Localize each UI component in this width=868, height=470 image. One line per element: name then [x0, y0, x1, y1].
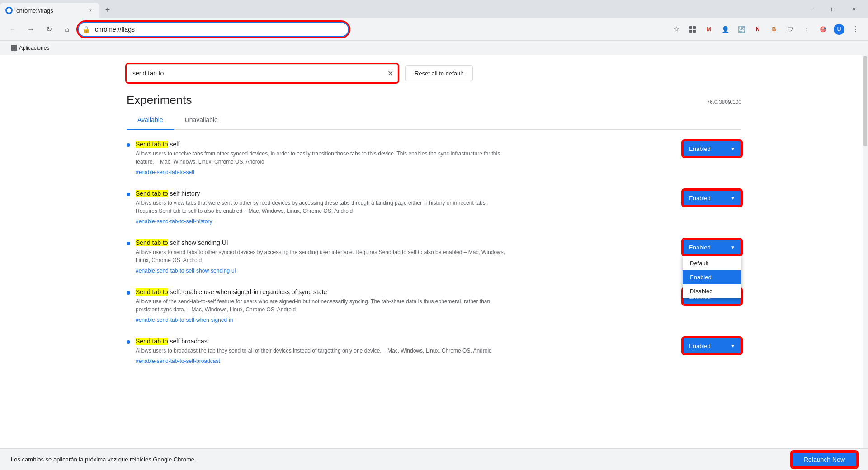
- svg-rect-3: [693, 30, 696, 33]
- address-bar[interactable]: [78, 22, 349, 37]
- dropdown-button-3[interactable]: Enabled ▼: [683, 239, 741, 255]
- avatar-button[interactable]: U: [832, 22, 846, 37]
- flag-dot-5: [127, 340, 130, 344]
- address-lock-icon: 🔒: [82, 26, 90, 33]
- svg-rect-11: [13, 49, 15, 51]
- bookmark-apps[interactable]: Aplicaciones: [7, 43, 53, 53]
- profile-icon[interactable]: 👤: [718, 22, 732, 37]
- scrollbar-thumb[interactable]: [863, 56, 867, 146]
- home-button[interactable]: ⌂: [60, 22, 74, 37]
- flag-content-4: Send tab to self: enable use when signed…: [136, 288, 506, 323]
- tab-favicon: [5, 7, 13, 14]
- flag-desc-5: Allows users to broadcast the tab they s…: [136, 347, 506, 355]
- window-controls: − □ ×: [802, 2, 868, 18]
- addon5-icon[interactable]: 🎯: [816, 22, 830, 37]
- svg-rect-2: [689, 30, 692, 33]
- flag-link-3[interactable]: #enable-send-tab-to-self-show-sending-ui: [136, 268, 236, 274]
- flag-title-highlight-4: Send tab to: [136, 288, 168, 296]
- flag-dot-4: [127, 291, 130, 295]
- address-bar-wrap: 🔒: [78, 22, 349, 37]
- flag-title-rest-5: self broadcast: [168, 338, 209, 345]
- dropdown-button-1[interactable]: Enabled ▼: [683, 141, 741, 157]
- active-tab[interactable]: chrome://flags ×: [0, 3, 99, 18]
- back-button[interactable]: ←: [5, 22, 20, 37]
- search-input[interactable]: [127, 64, 398, 82]
- extensions-icon[interactable]: [685, 22, 700, 37]
- tab-unavailable[interactable]: Unavailable: [174, 111, 229, 130]
- flag-content-5: Send tab to self broadcast Allows users …: [136, 338, 506, 364]
- star-icon[interactable]: ☆: [669, 22, 684, 37]
- dropdown-value-3: Enabled: [689, 244, 711, 251]
- dropdown-option-default[interactable]: Default: [683, 256, 741, 270]
- minimize-button[interactable]: −: [802, 2, 823, 16]
- flag-link[interactable]: #enable-send-tab-to-self: [136, 169, 194, 175]
- flag-content: Send tab to self Allows users to receive…: [136, 141, 506, 175]
- flag-item-send-tab-signed-in: Send tab to self: enable use when signed…: [127, 288, 741, 327]
- flags-page: ✕ Reset all to default Experiments 76.0.…: [108, 55, 760, 388]
- sync-icon[interactable]: 🔄: [734, 22, 749, 37]
- tab-available[interactable]: Available: [127, 111, 174, 130]
- flag-desc-4: Allows use of the send-tab-to-self featu…: [136, 297, 506, 314]
- experiments-header: Experiments 76.0.3809.100: [127, 93, 741, 107]
- svg-rect-12: [15, 49, 17, 51]
- new-tab-button[interactable]: +: [101, 4, 114, 16]
- flag-desc-2: Allows users to view tabs that were sent…: [136, 199, 506, 215]
- flag-title-highlight-3: Send tab to: [136, 239, 168, 246]
- dropdown-arrow-2: ▼: [731, 196, 735, 201]
- window-close-button[interactable]: ×: [844, 2, 864, 16]
- maximize-button[interactable]: □: [823, 2, 844, 16]
- user-avatar: U: [834, 24, 844, 35]
- dropdown-menu-3: Default Enabled Disabled: [683, 256, 741, 298]
- addon1-icon[interactable]: N: [750, 22, 765, 37]
- search-clear-icon[interactable]: ✕: [387, 69, 393, 78]
- svg-rect-10: [11, 49, 13, 51]
- addon4-icon[interactable]: ↕: [799, 22, 814, 37]
- browser-frame: chrome://flags × + − □ × ← → ↻ ⌂ 🔒 ☆ M 👤…: [0, 0, 868, 470]
- flag-link-2[interactable]: #enable-send-tab-to-self-history: [136, 218, 212, 225]
- flag-link-5[interactable]: #enable-send-tab-to-self-broadcast: [136, 358, 220, 364]
- flag-control-3: Enabled ▼ Default Enabled Disabled: [672, 239, 741, 255]
- addon2-icon[interactable]: B: [767, 22, 781, 37]
- svg-rect-9: [15, 47, 17, 49]
- flag-control-1: Enabled ▼: [672, 141, 741, 157]
- svg-rect-6: [15, 45, 17, 47]
- addon3-icon[interactable]: 🛡: [783, 22, 797, 37]
- flag-title-4: Send tab to self: enable use when signed…: [136, 288, 506, 296]
- scrollbar[interactable]: [863, 55, 868, 448]
- svg-rect-5: [13, 45, 15, 47]
- experiments-title: Experiments: [127, 93, 192, 107]
- page-content: ✕ Reset all to default Experiments 76.0.…: [0, 55, 868, 448]
- flag-title-3: Send tab to self show sending UI: [136, 239, 506, 246]
- tab-close-button[interactable]: ×: [87, 7, 94, 14]
- relaunch-button[interactable]: Relaunch Now: [792, 451, 857, 468]
- flag-dot-3: [127, 242, 130, 245]
- svg-rect-7: [11, 47, 13, 49]
- reload-button[interactable]: ↻: [42, 22, 56, 37]
- flag-title-2: Send tab to self history: [136, 190, 506, 197]
- tab-title: chrome://flags: [16, 7, 83, 14]
- reset-all-button[interactable]: Reset all to default: [405, 65, 473, 81]
- flag-link-4[interactable]: #enable-send-tab-to-self-when-signed-in: [136, 317, 233, 323]
- svg-rect-0: [689, 26, 692, 29]
- dropdown-value-1: Enabled: [689, 146, 711, 152]
- dropdown-option-enabled[interactable]: Enabled: [683, 270, 741, 284]
- dropdown-arrow-3: ▼: [731, 245, 735, 250]
- flag-title-rest-2: self history: [168, 190, 200, 197]
- flag-control-5: Enabled ▼: [672, 338, 741, 354]
- menu-button[interactable]: ⋮: [848, 22, 863, 37]
- flag-item-send-tab-self-history: Send tab to self history Allows users to…: [127, 190, 741, 228]
- bookmark-apps-label: Aplicaciones: [19, 45, 49, 51]
- search-row: ✕ Reset all to default: [127, 64, 741, 82]
- gmail-icon[interactable]: M: [702, 22, 716, 37]
- forward-button[interactable]: →: [24, 22, 38, 37]
- flag-title: Send tab to self: [136, 141, 506, 148]
- flag-item-send-tab-show-ui: Send tab to self show sending UI Allows …: [127, 239, 741, 277]
- dropdown-option-disabled[interactable]: Disabled: [683, 284, 741, 298]
- dropdown-arrow-1: ▼: [731, 146, 735, 151]
- bottom-message: Los cambios se aplicarán la próxima vez …: [11, 456, 196, 463]
- flag-title-highlight-5: Send tab to: [136, 338, 168, 345]
- svg-rect-4: [11, 45, 13, 47]
- dropdown-button-5[interactable]: Enabled ▼: [683, 338, 741, 354]
- tab-bar: chrome://flags × + − □ ×: [0, 0, 868, 18]
- dropdown-button-2[interactable]: Enabled ▼: [683, 190, 741, 206]
